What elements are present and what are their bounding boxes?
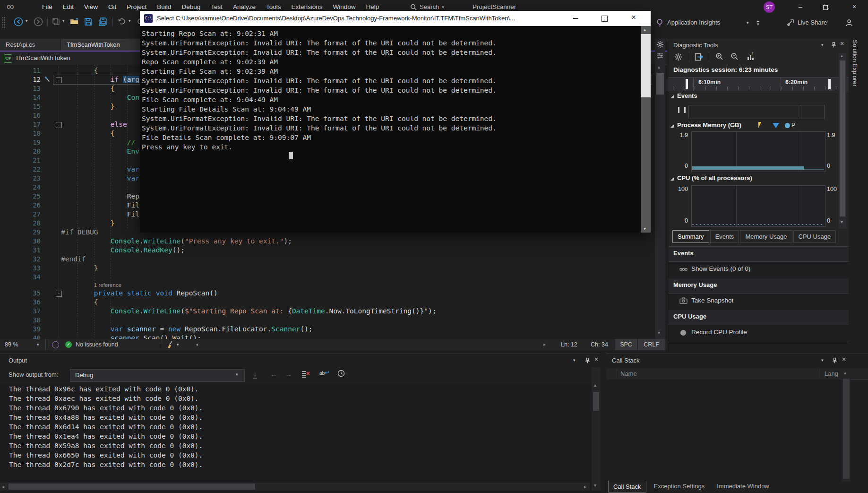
- scroll-down-icon[interactable]: ▾: [841, 219, 843, 225]
- code-cleanup-icon[interactable]: [166, 341, 175, 349]
- undo-caret-icon[interactable]: ▾: [129, 18, 131, 23]
- hscroll-left-icon[interactable]: ◂: [196, 339, 198, 350]
- tab-tfmscanwithtoken[interactable]: TfmScanWithToken: [61, 39, 141, 51]
- pin-icon[interactable]: [831, 42, 837, 48]
- scroll-up-icon[interactable]: ▴: [844, 370, 846, 375]
- diagnostics-tab-events[interactable]: Events: [710, 230, 739, 243]
- scroll-up-icon[interactable]: ▴: [644, 27, 646, 32]
- feedback-person-icon[interactable]: [845, 18, 853, 27]
- toolbar-grip[interactable]: [2, 17, 5, 28]
- callstack-vscrollbar[interactable]: ▴: [842, 368, 851, 482]
- timeline-ruler[interactable]: 6:10min 6:20min: [668, 77, 849, 91]
- close-button[interactable]: ×: [848, 0, 861, 13]
- clear-all-icon[interactable]: [301, 370, 310, 378]
- diagnostics-tab-cpu-usage[interactable]: CPU Usage: [793, 230, 836, 243]
- diagnostics-scrollbar[interactable]: ▴ ▾: [839, 53, 846, 229]
- console-title-bar[interactable]: C:\ Select C:\Users\samue\OneDrive\Docum…: [140, 11, 651, 26]
- navigate-forward-icon[interactable]: [33, 17, 43, 27]
- cpu-section-header[interactable]: CPU (% of all processors): [677, 174, 752, 182]
- prev-message-icon[interactable]: ←: [270, 370, 277, 378]
- scrollbar-thumb[interactable]: [593, 392, 599, 411]
- panel-menu-caret-icon[interactable]: ▾: [573, 358, 576, 363]
- memory-section-header[interactable]: Process Memory (GB): [677, 121, 741, 129]
- scroll-up-icon[interactable]: ▴: [658, 64, 660, 69]
- save-icon[interactable]: [84, 17, 93, 26]
- tab-restapi[interactable]: RestApi.cs: [0, 39, 61, 51]
- gear-icon[interactable]: [674, 53, 682, 61]
- pin-icon[interactable]: [584, 357, 591, 363]
- chart-options-icon[interactable]: ?: [747, 52, 755, 61]
- panel-menu-caret-icon[interactable]: ▾: [821, 43, 824, 47]
- take-snapshot-row[interactable]: Take Snapshot: [668, 293, 849, 311]
- close-panel-icon[interactable]: ×: [594, 355, 598, 363]
- column-language[interactable]: Lang: [825, 370, 838, 377]
- collapse-triangle-icon[interactable]: [670, 95, 674, 98]
- console-scrollbar[interactable]: ▴ ▾: [641, 26, 651, 233]
- pin-icon[interactable]: [832, 357, 838, 363]
- line-indicator[interactable]: Ln: 12: [561, 339, 577, 350]
- panel-menu-caret-icon[interactable]: ▾: [821, 358, 824, 363]
- events-section-header[interactable]: Events: [677, 92, 697, 99]
- output-source-dropdown[interactable]: Debug ▾: [70, 369, 245, 382]
- console-window[interactable]: C:\ Select C:\Users\samue\OneDrive\Docum…: [140, 11, 651, 233]
- callstack-body[interactable]: [606, 380, 841, 481]
- scrollbar-thumb[interactable]: [9, 484, 255, 490]
- scroll-down-icon[interactable]: ▾: [658, 330, 660, 335]
- console-close-button[interactable]: ×: [631, 13, 636, 22]
- scroll-down-icon[interactable]: ▾: [594, 483, 596, 488]
- console-maximize-button[interactable]: [602, 16, 608, 22]
- gear-icon[interactable]: [656, 41, 664, 48]
- fold-marker[interactable]: -: [56, 122, 62, 128]
- hscroll-right-icon[interactable]: ▸: [543, 339, 546, 350]
- intellicode-icon[interactable]: [52, 341, 59, 348]
- diagnostics-tab-memory-usage[interactable]: Memory Usage: [740, 230, 792, 243]
- clock-icon[interactable]: [337, 370, 345, 377]
- close-panel-icon[interactable]: ×: [842, 355, 846, 363]
- diagnostics-tab-summary[interactable]: Summary: [672, 230, 709, 243]
- bottom-tab-immediate-window[interactable]: Immediate Window: [712, 481, 774, 493]
- menu-file[interactable]: File: [37, 0, 58, 14]
- collapse-triangle-icon[interactable]: [670, 177, 674, 181]
- pause-icon[interactable]: [678, 107, 686, 113]
- menu-git[interactable]: Git: [103, 0, 121, 14]
- take-snapshot-link[interactable]: Take Snapshot: [691, 297, 733, 304]
- console-minimize-button[interactable]: [573, 18, 578, 19]
- new-project-icon[interactable]: [52, 17, 60, 26]
- new-project-caret-icon[interactable]: ▾: [62, 18, 65, 23]
- live-share-button[interactable]: Live Share: [798, 19, 827, 26]
- output-hscrollbar[interactable]: ◂ ▸: [0, 483, 590, 491]
- scrollbar-thumb[interactable]: [641, 34, 651, 97]
- editor-scrollbar[interactable]: ▴ ▾: [655, 39, 665, 339]
- console-body[interactable]: Starting Repo Scan at: 9:02:31 AMSystem.…: [140, 26, 651, 233]
- toolbar-overflow-icon[interactable]: ▾: [757, 21, 759, 26]
- application-insights-caret-icon[interactable]: ▾: [747, 20, 749, 25]
- sliders-icon[interactable]: [656, 52, 664, 60]
- scrollbar-thumb[interactable]: [656, 73, 664, 95]
- scrollbar-thumb[interactable]: [843, 379, 850, 479]
- bottom-tab-call-stack[interactable]: Call Stack: [608, 481, 646, 493]
- restore-button[interactable]: [823, 4, 829, 10]
- quick-actions-icon[interactable]: [43, 76, 51, 83]
- goto-end-icon[interactable]: ↓: [253, 370, 257, 379]
- scroll-down-icon[interactable]: ▾: [644, 226, 646, 231]
- word-wrap-icon[interactable]: ab↵: [319, 369, 330, 376]
- codelens-reference[interactable]: 1 reference: [94, 282, 121, 289]
- navigate-back-icon[interactable]: [13, 17, 24, 27]
- close-panel-icon[interactable]: ×: [840, 40, 844, 47]
- zoom-in-icon[interactable]: [715, 52, 724, 61]
- scroll-left-icon[interactable]: ◂: [2, 484, 4, 489]
- navbar-project-dropdown[interactable]: TfmScanWithToken: [15, 54, 70, 61]
- save-all-icon[interactable]: [98, 17, 108, 26]
- fold-marker[interactable]: -: [56, 77, 62, 83]
- bottom-tab-exception-settings[interactable]: Exception Settings: [649, 481, 710, 493]
- back-caret-icon[interactable]: ▾: [26, 18, 28, 23]
- scroll-right-icon[interactable]: ▸: [584, 484, 586, 489]
- export-icon[interactable]: [695, 52, 704, 61]
- health-status[interactable]: No issues found: [76, 339, 118, 350]
- show-events-row[interactable]: Show Events (0 of 0): [668, 261, 849, 279]
- menu-view[interactable]: View: [79, 0, 103, 14]
- record-cpu-link[interactable]: Record CPU Profile: [691, 329, 747, 336]
- show-events-link[interactable]: Show Events (0 of 0): [691, 265, 750, 272]
- menu-edit[interactable]: Edit: [58, 0, 79, 14]
- solution-explorer-tab[interactable]: Solution Explorer: [851, 40, 859, 86]
